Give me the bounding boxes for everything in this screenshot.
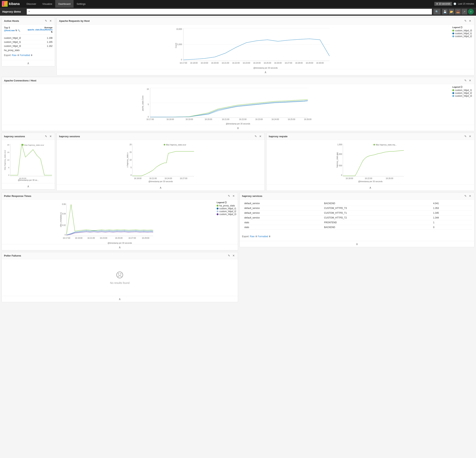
svg-text:16:25:00: 16:25:00 [264, 62, 271, 64]
svg-text:16:22:00: 16:22:00 [365, 177, 372, 179]
host-name-0: custom_httpd_t2 [4, 37, 41, 39]
service-row-3: default_service CUSTOM_HTTPD_T2 1.344 [242, 215, 472, 220]
svg-text:16:23:00: 16:23:00 [243, 62, 250, 64]
nav-items: Discover Visualize Dashboard Settings [24, 0, 89, 8]
svg-text:16:25:00: 16:25:00 [288, 118, 295, 120]
service-value-3: 1.344 [431, 215, 472, 220]
haproxy-sessions-left-header: haproxy sessions ✎ ✕ [2, 133, 55, 140]
open-button[interactable]: ↗ [461, 9, 467, 15]
apache-requests-close[interactable]: ✕ [468, 19, 472, 23]
export-row: Export: Raw ⬇ Formatted ⬇ [4, 52, 52, 58]
svg-text:5: 5 [8, 167, 9, 169]
haproxy-sessions-left-edit[interactable]: ✎ [44, 134, 48, 138]
share-button[interactable]: 📤 [455, 9, 461, 15]
apache-requests-collapse-btn[interactable]: ∧ [264, 70, 267, 74]
haproxy-sessions-left-collapse-btn[interactable]: ∧ [27, 185, 29, 188]
dashboard-actions: 💾 📂 📤 ↗ + [442, 9, 474, 15]
haproxy-sessions-mid-edit[interactable]: ✎ [254, 134, 258, 138]
save-button[interactable]: 💾 [442, 9, 448, 15]
apache-connections-edit[interactable]: ✎ [464, 79, 468, 82]
apache-requests-edit[interactable]: ✎ [464, 19, 468, 23]
nav-right: ⏸ 10 seconds 🕐 Last 15 minutes [434, 2, 474, 6]
legend-title: Legend ⓘ [452, 26, 472, 29]
nav-visualize[interactable]: Visualize [39, 0, 55, 8]
haproxy-services-edit[interactable]: ✎ [464, 194, 468, 198]
poller-failures-edit[interactable]: ✎ [227, 254, 231, 257]
svg-text:16:19:00: 16:19:00 [75, 237, 83, 239]
svg-text:16:23:00: 16:23:00 [100, 237, 107, 239]
svg-text:0: 0 [341, 174, 342, 176]
poller-response-collapse-btn[interactable]: ∧ [119, 246, 121, 249]
svg-text:haproxy_stats.req: haproxy_stats.req [336, 152, 338, 168]
svg-text:16:21:00: 16:21:00 [222, 62, 229, 64]
add-panel-button[interactable]: + [468, 9, 474, 15]
haproxy-services-close[interactable]: ✕ [468, 194, 472, 198]
apache-requests-header: Apache Requests by Host ✎ ✕ [57, 18, 474, 25]
search-input[interactable] [27, 9, 432, 15]
poller-response-close[interactable]: ✕ [232, 194, 236, 198]
sad-face-icon: ☹ [116, 271, 124, 280]
apache-connections-close[interactable]: ✕ [468, 79, 472, 82]
sort-icon[interactable]: ⇅ [28, 31, 52, 33]
services-formatted-link[interactable]: Formatted [258, 235, 268, 238]
haproxy-sessions-left-close[interactable]: ✕ [49, 134, 52, 138]
svg-text:Max haproxy_stats.scur: Max haproxy_stats.scur [166, 144, 186, 146]
nav-dashboard[interactable]: Dashboard [55, 0, 74, 8]
poller-failures-close[interactable]: ✕ [232, 254, 236, 257]
apache-requests-chart: 10,000 5,000 0 16:17:00 [57, 25, 474, 67]
svg-text:20: 20 [7, 144, 9, 146]
dashboard-header: Haproxy demo 🔍 💾 📂 📤 ↗ + [0, 8, 476, 16]
apache-connections-collapse: ∧ [2, 125, 474, 131]
conn-legend-dot-0 [452, 89, 454, 91]
poller-response-svg: 0.06 0.04 0.02 0 16:17 [4, 202, 211, 240]
load-button[interactable]: 📂 [449, 9, 454, 15]
host-name-2: custom_httpd_t3 [4, 45, 41, 47]
poller-failures-collapse: ∧ [2, 296, 238, 302]
haproxy-services-collapse-btn[interactable]: ∧ [356, 242, 358, 246]
kibana-logo: kibana [2, 1, 20, 7]
pause-button[interactable]: ⏸ 10 seconds [434, 2, 452, 6]
haproxy-reqrate-close[interactable]: ✕ [468, 134, 472, 138]
hosts-table-header: Top 5 @host.raw ⇅ 🔍 Average apache_stats… [4, 26, 52, 35]
svg-text:10: 10 [147, 88, 149, 90]
sort-icons[interactable]: ⇅ 🔍 [15, 29, 20, 32]
haproxy-reqrate-collapse-btn[interactable]: ∧ [369, 186, 372, 189]
poller-response-title: Poller Response Times [4, 194, 31, 197]
active-hosts-edit[interactable]: ✎ [44, 19, 48, 23]
active-hosts-close[interactable]: ✕ [49, 19, 52, 23]
svg-text:0: 0 [8, 174, 9, 176]
apache-requests-panel: Apache Requests by Host ✎ ✕ 10,000 5,000… [57, 17, 475, 75]
poller-failures-controls: ✎ ✕ [227, 254, 236, 257]
service-name-0: default_service [242, 201, 322, 206]
service-type-1: CUSTOM_HTTPD_T3 [322, 206, 431, 211]
svg-text:16:30:00: 16:30:00 [316, 62, 324, 64]
conn-legend-2: custom_httpd_t3 [452, 95, 472, 97]
nav-discover[interactable]: Discover [24, 0, 39, 8]
raw-link[interactable]: Raw [12, 54, 17, 57]
svg-text:16:21:00: 16:21:00 [149, 177, 157, 179]
services-raw-link[interactable]: Raw [250, 235, 255, 238]
poller-response-col: Poller Response Times ✎ ✕ 0.06 0.04 0.02… [1, 192, 238, 250]
haproxy-reqrate-edit[interactable]: ✎ [464, 134, 468, 138]
poller-response-edit[interactable]: ✎ [227, 194, 231, 198]
svg-text:5: 5 [130, 167, 132, 169]
formatted-link[interactable]: Formatted [20, 54, 30, 57]
svg-text:16:18:00: 16:18:00 [190, 62, 198, 64]
haproxy-services-collapse: ∧ [240, 241, 474, 247]
poller-legend-dot-2 [217, 211, 219, 212]
haproxy-sessions-mid-collapse-btn[interactable]: ∧ [160, 186, 162, 189]
haproxy-sessions-left-xlabel: @timestamp per 30 se... [4, 179, 53, 181]
apache-requests-collapse: ∧ [57, 69, 474, 75]
search-button[interactable]: 🔍 [434, 9, 441, 15]
service-type-5: BACKEND [322, 225, 431, 230]
haproxy-services-header: haproxy services ✎ ✕ [240, 193, 474, 200]
collapse-button[interactable]: ∧ [27, 61, 29, 65]
legend-dot-0 [452, 30, 454, 32]
poller-failures-collapse-btn[interactable]: ∧ [119, 297, 121, 301]
row-4: Poller Response Times ✎ ✕ 0.06 0.04 0.02… [1, 192, 475, 250]
apache-connections-collapse-btn[interactable]: ∧ [237, 126, 239, 130]
svg-text:16:19:00: 16:19:00 [201, 62, 208, 64]
haproxy-sessions-mid-close[interactable]: ✕ [258, 134, 262, 138]
nav-settings[interactable]: Settings [74, 0, 89, 8]
svg-text:0: 0 [130, 174, 132, 176]
